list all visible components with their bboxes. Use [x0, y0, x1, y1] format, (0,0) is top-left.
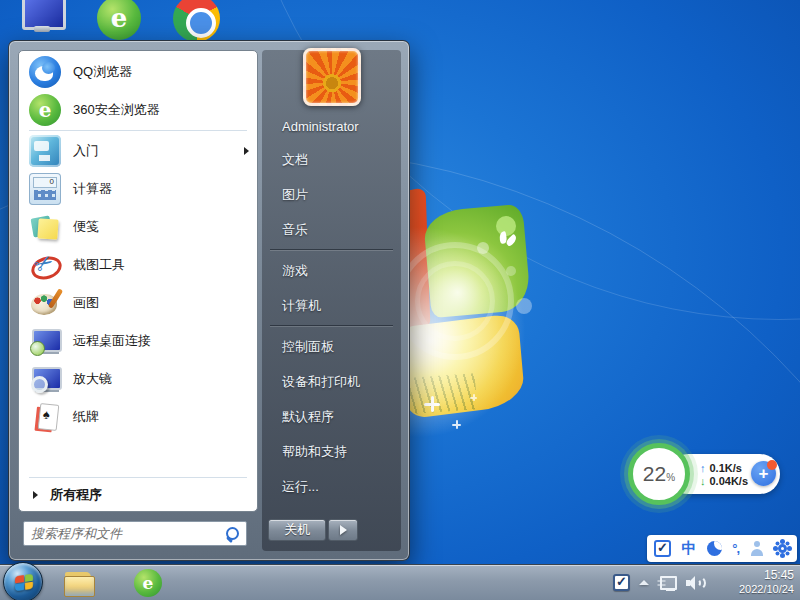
taskbar-360-browser-button[interactable] [134, 569, 162, 597]
qq-browser-icon [29, 56, 61, 88]
start-menu-right-column: Administrator 文档 图片 音乐 游戏 计算机 控制面板 设备和打印… [262, 50, 401, 551]
getting-started-icon [29, 135, 61, 167]
ime-punctuation-toggle[interactable]: °, [732, 541, 739, 556]
upload-arrow-icon: ↑ [700, 462, 706, 474]
solitaire-icon [29, 401, 61, 433]
menu-item-label: 截图工具 [73, 256, 249, 274]
user-menu-devices-printers[interactable]: 设备和打印机 [262, 364, 401, 399]
menu-item-label: 计算器 [73, 180, 249, 198]
clock-date: 2022/10/24 [713, 583, 794, 597]
menu-item-label: QQ浏览器 [73, 63, 249, 81]
system-tray: 15:45 2022/10/24 [613, 565, 797, 600]
memory-percent-value: 22 [643, 462, 666, 486]
user-menu-help-support[interactable]: 帮助和支持 [262, 434, 401, 469]
360-browser-icon [29, 94, 61, 126]
user-name[interactable]: Administrator [262, 110, 401, 142]
shutdown-options-button[interactable] [328, 519, 358, 541]
remote-desktop-icon [29, 325, 61, 357]
ime-language-bar: 中 °, [647, 535, 797, 562]
wallpaper-bokeh-dot [516, 298, 532, 314]
menu-item-label: 画图 [73, 294, 249, 312]
shutdown-button[interactable]: 关机 [268, 519, 326, 541]
menu-item-sticky-notes[interactable]: 便笺 [19, 208, 257, 246]
search-input[interactable] [31, 526, 225, 541]
ime-user-icon[interactable] [750, 541, 765, 556]
memory-usage-ball[interactable]: 22 % [628, 443, 690, 505]
all-programs-arrow-icon [33, 491, 38, 499]
paint-icon [29, 287, 61, 319]
all-programs-button[interactable]: 所有程序 [19, 479, 257, 511]
shutdown-row: 关机 [268, 519, 401, 541]
menu-item-label: 360安全浏览器 [73, 101, 249, 119]
snipping-tool-icon [29, 249, 61, 281]
tray-network-icon[interactable] [658, 575, 677, 591]
menu-item-calculator[interactable]: 计算器 [19, 170, 257, 208]
download-speed-value: 0.04K/s [710, 475, 749, 487]
user-menu-computer[interactable]: 计算机 [262, 288, 401, 323]
clock-time: 15:45 [713, 568, 794, 583]
wallpaper-sparkle [424, 396, 440, 412]
tray-volume-icon[interactable] [686, 575, 704, 591]
start-button[interactable] [3, 562, 43, 600]
desktop-icon-computer[interactable] [20, 0, 64, 38]
menu-item-360-browser[interactable]: 360安全浏览器 [19, 91, 257, 129]
search-box[interactable] [23, 521, 247, 546]
user-menu-games[interactable]: 游戏 [262, 253, 401, 288]
menu-item-getting-started[interactable]: 入门 [19, 132, 257, 170]
user-menu-pictures[interactable]: 图片 [262, 177, 401, 212]
menu-item-label: 入门 [73, 142, 232, 160]
menu-item-label: 远程桌面连接 [73, 332, 249, 350]
ime-settings-gear-icon[interactable] [778, 544, 787, 553]
user-menu-default-programs[interactable]: 默认程序 [262, 399, 401, 434]
tray-show-hidden-icon[interactable] [639, 580, 649, 585]
menu-separator [270, 249, 393, 251]
menu-separator [29, 477, 247, 478]
desktop-icon-chrome[interactable] [173, 0, 220, 42]
tray-action-center-icon[interactable] [613, 574, 630, 591]
start-menu: QQ浏览器 360安全浏览器 入门 计算器 便笺 [8, 40, 410, 561]
all-programs-label: 所有程序 [50, 486, 102, 504]
calculator-icon [29, 173, 61, 205]
start-menu-programs-panel: QQ浏览器 360安全浏览器 入门 计算器 便笺 [18, 50, 258, 512]
tray-clock[interactable]: 15:45 2022/10/24 [713, 568, 797, 597]
user-avatar[interactable] [303, 48, 361, 106]
search-icon[interactable] [225, 526, 241, 542]
upload-speed-value: 0.1K/s [710, 462, 742, 474]
menu-item-solitaire[interactable]: 纸牌 [19, 398, 257, 436]
wallpaper-sparkle [470, 394, 477, 401]
wallpaper-bokeh-dot [477, 242, 489, 254]
user-menu-control-panel[interactable]: 控制面板 [262, 329, 401, 364]
taskbar: 15:45 2022/10/24 [0, 564, 800, 600]
desktop-icon-360-browser[interactable] [97, 0, 141, 40]
wallpaper-ring [415, 261, 495, 341]
ime-mode-toggle[interactable]: 中 [681, 539, 696, 558]
menu-item-snipping-tool[interactable]: 截图工具 [19, 246, 257, 284]
menu-item-label: 放大镜 [73, 370, 249, 388]
ime-fullwidth-moon-icon[interactable] [707, 541, 722, 556]
menu-item-paint[interactable]: 画图 [19, 284, 257, 322]
menu-item-label: 便笺 [73, 218, 249, 236]
sticky-notes-icon [29, 211, 61, 243]
menu-item-qq-browser[interactable]: QQ浏览器 [19, 53, 257, 91]
menu-separator [29, 130, 247, 131]
taskbar-explorer-button[interactable] [64, 571, 94, 596]
menu-item-magnifier[interactable]: 放大镜 [19, 360, 257, 398]
ime-status-icon[interactable] [654, 540, 671, 557]
search-row [18, 521, 258, 546]
widget-add-button[interactable] [751, 461, 776, 486]
wallpaper-sparkle [452, 420, 461, 429]
download-arrow-icon: ↓ [700, 475, 706, 487]
desktop: QQ浏览器 360安全浏览器 入门 计算器 便笺 [0, 0, 800, 600]
submenu-arrow-icon [244, 147, 249, 155]
menu-spacer [19, 436, 257, 476]
magnifier-icon [29, 363, 61, 395]
windows-flag-icon [15, 574, 33, 592]
user-menu-music[interactable]: 音乐 [262, 212, 401, 247]
start-menu-left-column: QQ浏览器 360安全浏览器 入门 计算器 便笺 [18, 50, 258, 551]
menu-separator [270, 325, 393, 327]
user-menu-run[interactable]: 运行... [262, 469, 401, 504]
menu-item-remote-desktop[interactable]: 远程桌面连接 [19, 322, 257, 360]
wallpaper-bokeh-dot [506, 266, 516, 276]
menu-item-label: 纸牌 [73, 408, 249, 426]
user-menu-documents[interactable]: 文档 [262, 142, 401, 177]
